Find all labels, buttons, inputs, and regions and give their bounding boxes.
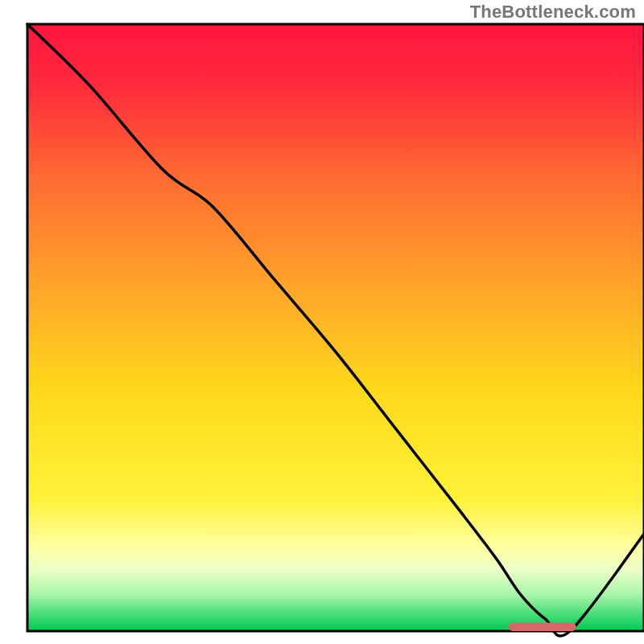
chart-container: TheBottleneck.com xyxy=(0,0,644,644)
bottleneck-chart xyxy=(0,0,644,644)
optimal-zone-marker xyxy=(508,622,576,631)
chart-background xyxy=(27,24,644,631)
